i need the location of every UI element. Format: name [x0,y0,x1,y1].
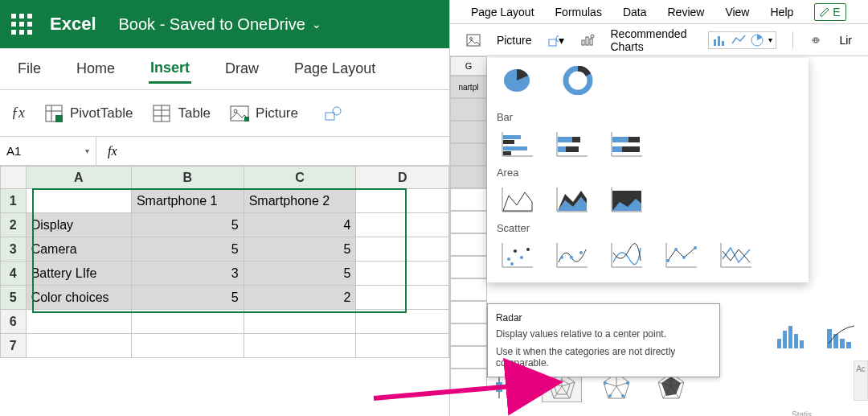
cell-B5[interactable]: 5 [131,286,244,310]
tab-formulas[interactable]: Formulas [555,6,602,19]
bar-clustered-thumb[interactable] [497,128,537,160]
row-header-6[interactable]: 6 [1,310,27,334]
cell-C4[interactable]: 5 [244,262,356,286]
row-header-7[interactable]: 7 [1,334,27,358]
bar-100stacked-thumb[interactable] [606,128,646,160]
cell-C3[interactable]: 5 [244,237,356,262]
svg-rect-44 [622,146,640,152]
tab-data[interactable]: Data [623,6,647,19]
scatter-lines-thumb[interactable] [715,239,755,271]
scatter-lines-markers-thumb[interactable] [661,239,701,271]
cell-B1[interactable]: Smartphone 1 [131,189,244,213]
area-thumb[interactable] [497,183,537,216]
chevron-down-icon: ⌄ [312,18,321,31]
cell-C7[interactable] [244,334,356,358]
tab-draw[interactable]: Draw [223,56,260,82]
doughnut-thumb[interactable] [558,64,598,97]
cell-B7[interactable] [131,334,244,358]
svg-rect-18 [586,37,588,45]
cell-D6[interactable] [356,310,449,334]
select-all-corner[interactable] [1,167,27,189]
cell-A6[interactable] [26,310,131,334]
cell-B2[interactable]: 5 [131,213,244,237]
cell-A1[interactable] [26,189,131,213]
picture-label-r[interactable]: Picture [497,34,532,47]
tab-home[interactable]: Home [75,56,117,82]
cell-D5[interactable] [356,286,449,310]
worksheet[interactable]: A B C D 1 Smartphone 1 Smartphone 2 2 Di… [0,166,449,358]
formula-bar-row: A1 ▾ fx [0,137,449,166]
row-header-1[interactable]: 1 [1,189,27,213]
cell-C1[interactable]: Smartphone 2 [244,189,356,213]
scatter-thumb[interactable] [497,239,537,271]
area-stacked-thumb[interactable] [551,183,592,216]
svg-point-20 [591,35,594,38]
table-button[interactable]: Table [152,104,211,123]
tab-help[interactable]: Help [770,6,793,19]
col-header-A[interactable]: A [26,167,131,189]
cell-A4[interactable]: Battery LIfe [26,262,131,286]
col-header-D[interactable]: D [356,167,449,189]
chart-type-split-button[interactable]: ▾ [708,31,776,49]
tab-view[interactable]: View [725,6,749,19]
cell-C2[interactable]: 4 [244,213,356,237]
picture-button[interactable]: Picture [230,104,298,123]
cell-A3[interactable]: Camera [26,237,131,262]
cell-A5[interactable]: Color choices [26,286,131,310]
cell-D4[interactable] [356,262,449,286]
row-header-4[interactable]: 4 [1,262,27,286]
tab-review[interactable]: Review [667,6,704,19]
cell-A2[interactable]: Display [26,213,131,237]
recommended-charts-label[interactable]: Recommended Charts [611,27,692,53]
app-launcher-icon[interactable] [11,14,32,35]
link-label-partial[interactable]: Lir [839,34,852,47]
col-header-C[interactable]: C [244,167,356,189]
tab-page-layout-r[interactable]: Page Layout [471,6,534,19]
svg-rect-108 [783,331,787,348]
recommended-charts-icon[interactable] [580,32,595,48]
picture-icon[interactable] [466,32,481,48]
cell-D2[interactable] [356,213,449,237]
link-icon[interactable] [809,32,823,48]
area-100stacked-thumb[interactable] [606,183,646,216]
tab-page-layout[interactable]: Page Layout [293,56,377,82]
row-header-5[interactable]: 5 [1,286,27,310]
tab-insert[interactable]: Insert [149,55,191,84]
pivottable-button[interactable]: PivotTable [44,104,133,123]
tab-file[interactable]: File [16,56,43,82]
cell-D7[interactable] [356,334,449,358]
cell-D1[interactable] [356,189,449,213]
svg-rect-15 [549,39,556,46]
tooltip-title: Radar [496,312,711,323]
bar-stacked-thumb[interactable] [551,128,592,160]
pie-chart-icon [751,34,764,47]
scatter-smooth-thumb[interactable] [606,239,646,271]
shapes-icon[interactable]: ▾ [548,32,564,48]
cell-D3[interactable] [356,237,449,262]
ghost-side-tab[interactable]: Ac [854,360,868,401]
doc-title[interactable]: Book - Saved to OneDrive ⌄ [119,15,321,34]
editing-mode-button[interactable]: E [814,3,845,21]
pie-3d-thumb[interactable] [497,64,537,97]
histogram-thumb[interactable] [772,320,812,352]
svg-point-99 [604,381,607,385]
formula-bar[interactable]: fx [96,144,129,159]
col-header-B[interactable]: B [131,167,244,189]
cell-B3[interactable]: 5 [131,237,244,262]
cell-A7[interactable] [26,334,131,358]
shapes-button[interactable] [324,104,343,123]
row-header-3[interactable]: 3 [1,237,27,262]
name-box[interactable]: A1 ▾ [0,137,96,165]
cell-B6[interactable] [131,310,244,334]
scatter-smooth-markers-thumb[interactable] [551,239,592,271]
cell-C5[interactable]: 2 [244,286,356,310]
editing-label-partial: E [833,6,840,19]
function-button[interactable]: ƒx [11,105,25,122]
cell-C6[interactable] [244,310,356,334]
chevron-down-icon: ▾ [768,35,772,44]
cell-B4[interactable]: 3 [131,262,244,286]
row-header-2[interactable]: 2 [1,213,27,237]
pareto-thumb[interactable] [821,320,862,352]
ribbon-tabs: File Home Insert Draw Page Layout [0,48,449,90]
column-chart-icon [712,34,727,47]
